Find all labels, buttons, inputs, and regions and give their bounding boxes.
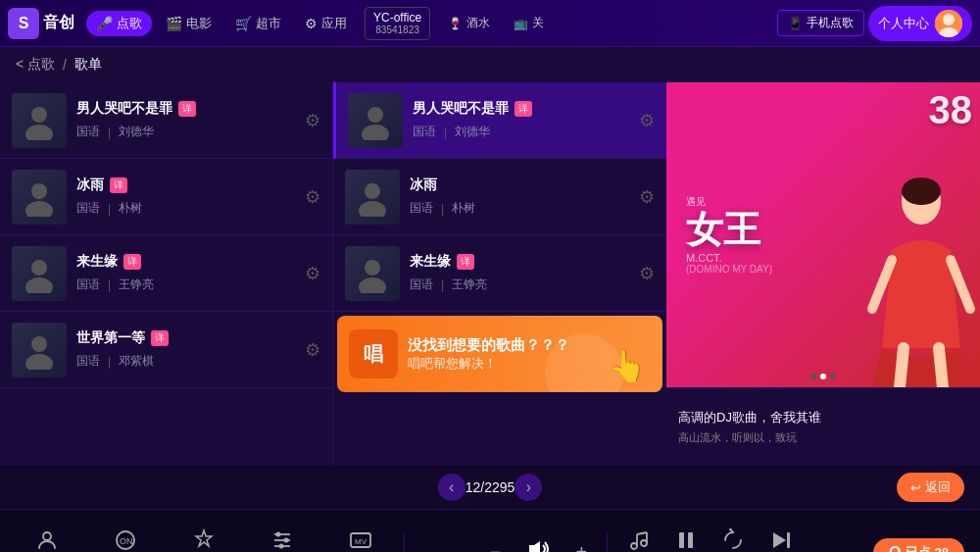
song-lang: 国语 bbox=[76, 200, 100, 217]
svg-point-23 bbox=[902, 177, 941, 205]
dj-subtitle: 高山流水，听则以，致玩 bbox=[678, 430, 968, 445]
svg-point-4 bbox=[25, 125, 53, 140]
logo-text: 音创 bbox=[43, 13, 74, 33]
next-page-btn[interactable]: › bbox=[514, 474, 542, 501]
song-artist: 刘德华 bbox=[455, 124, 490, 140]
song-artist: 王铮亮 bbox=[452, 276, 487, 293]
gear-icon[interactable]: ⚙ bbox=[305, 186, 320, 208]
breadcrumb: < 点歌 / 歌单 bbox=[0, 47, 980, 82]
nav-yingyong[interactable]: ⚙ 应用 bbox=[295, 11, 357, 36]
mobile-order-btn[interactable]: 📱 手机点歌 bbox=[777, 10, 864, 36]
wifi-name: YC-office bbox=[373, 11, 421, 25]
music-icon bbox=[627, 528, 651, 552]
skip-btn[interactable]: 切歌 bbox=[760, 528, 800, 552]
dot bbox=[830, 374, 836, 379]
song-list-left: 男人哭吧不是罪 详 国语 | 刘德华 ⚙ 冰雨 详 bbox=[0, 82, 333, 466]
dj-text: 高调的DJ歌曲，舍我其谁 高山流水，听则以，致玩 bbox=[678, 409, 968, 445]
svg-point-11 bbox=[368, 107, 383, 123]
svg-point-24 bbox=[43, 532, 51, 540]
nav-dianying[interactable]: 🎬 电影 bbox=[156, 11, 221, 36]
bottom-btn-atmosphere[interactable]: 气氛 bbox=[165, 528, 243, 552]
svg-point-1 bbox=[943, 14, 955, 25]
guan-btn[interactable]: 📺 关 bbox=[504, 11, 554, 35]
svg-point-10 bbox=[25, 354, 53, 370]
song-item[interactable]: 来生缘 详 国语 | 王铮亮 ⚙ bbox=[333, 235, 666, 312]
gear-icon[interactable]: ⚙ bbox=[639, 110, 655, 131]
bottom-btn-score[interactable]: ON 评分 bbox=[86, 528, 165, 552]
song-item[interactable]: 男人哭吧不是罪 详 国语 | 刘德华 ⚙ bbox=[0, 82, 332, 159]
song-item[interactable]: 冰雨 国语 | 朴树 ⚙ bbox=[333, 159, 666, 235]
svg-point-14 bbox=[359, 201, 386, 217]
song-thumbnail bbox=[12, 93, 67, 148]
svg-point-13 bbox=[365, 183, 380, 199]
gear-icon[interactable]: ⚙ bbox=[639, 263, 655, 284]
top-navigation: S 音创 🎤 点歌 🎬 电影 🛒 超市 ⚙ 应用 YC-office 83541… bbox=[0, 0, 980, 47]
song-title: 世界第一等 bbox=[76, 329, 145, 347]
replay-icon bbox=[721, 528, 745, 552]
song-item[interactable]: 冰雨 详 国语 | 朴树 ⚙ bbox=[0, 159, 332, 235]
original-btn[interactable]: 原唱 bbox=[619, 528, 659, 552]
song-lang: 国语 bbox=[410, 276, 433, 293]
song-artist: 刘德华 bbox=[119, 124, 154, 140]
svg-point-15 bbox=[365, 260, 380, 276]
song-list-right: 男人哭吧不是罪 详 国语 | 刘德华 ⚙ 冰雨 国语 bbox=[333, 82, 666, 466]
replay-btn[interactable]: 重唱 bbox=[713, 528, 753, 552]
song-info: 男人哭吧不是罪 详 国语 | 刘德华 bbox=[413, 100, 639, 140]
bottom-btn-service[interactable]: 服务 bbox=[8, 528, 86, 552]
svg-marker-43 bbox=[773, 532, 786, 548]
jiushui-btn[interactable]: 🍷 酒水 bbox=[438, 11, 500, 35]
svg-point-16 bbox=[359, 277, 386, 293]
song-item[interactable]: 世界第一等 详 国语 | 邓紫棋 ⚙ bbox=[0, 312, 332, 388]
svg-text:ON: ON bbox=[120, 536, 133, 546]
nav-chaoshi-label: 超市 bbox=[256, 15, 281, 32]
svg-point-32 bbox=[279, 544, 284, 549]
bottom-btn-mv[interactable]: MV 幻影 bbox=[321, 528, 400, 552]
avatar bbox=[935, 10, 962, 37]
divider bbox=[404, 533, 405, 553]
personal-center-btn[interactable]: 个人中心 bbox=[868, 6, 972, 41]
nav-dianke[interactable]: 🎤 点歌 bbox=[86, 11, 152, 36]
woman-figure bbox=[862, 172, 980, 387]
song-lang: 国语 bbox=[413, 124, 436, 140]
right-panel: 遇见 女王 M.CCT. (DOMINO MY DAY) 38 bbox=[666, 82, 980, 466]
gear-icon[interactable]: ⚙ bbox=[305, 110, 320, 131]
song-item[interactable]: 来生缘 详 国语 | 王铮亮 ⚙ bbox=[0, 235, 332, 312]
song-tag: 详 bbox=[514, 101, 532, 117]
nav-yingyong-label: 应用 bbox=[321, 15, 347, 32]
wifi-num: 83541823 bbox=[375, 25, 419, 35]
volume-down-btn[interactable]: − bbox=[482, 541, 510, 552]
svg-point-3 bbox=[31, 107, 47, 123]
return-btn[interactable]: ↩ 返回 bbox=[897, 473, 964, 502]
pause-btn[interactable]: 暂停 bbox=[666, 528, 706, 552]
volume-up-btn[interactable]: + bbox=[568, 541, 596, 552]
gear-icon[interactable]: ⚙ bbox=[305, 339, 320, 361]
svg-point-6 bbox=[25, 201, 53, 217]
dj-title: 高调的DJ歌曲，舍我其谁 bbox=[678, 409, 968, 427]
song-lang: 国语 bbox=[410, 200, 433, 217]
svg-point-8 bbox=[25, 277, 53, 293]
score-icon: ON bbox=[114, 528, 137, 552]
gear-icon[interactable]: ⚙ bbox=[639, 186, 655, 208]
queued-badge[interactable]: Q 已点 28 bbox=[873, 538, 964, 553]
song-item-highlighted[interactable]: 男人哭吧不是罪 详 国语 | 刘德华 ⚙ bbox=[333, 82, 666, 159]
ad-banner[interactable]: 唱 没找到想要的歌曲？？？ 唱吧帮您解决！ 👆 bbox=[337, 316, 662, 392]
prev-page-btn[interactable]: ‹ bbox=[438, 474, 466, 501]
song-title: 来生缘 bbox=[76, 253, 118, 271]
song-tag: 详 bbox=[151, 330, 169, 346]
dj-row: 高调的DJ歌曲，舍我其谁 高山流水，听则以，致玩 bbox=[666, 387, 980, 466]
song-title: 男人哭吧不是罪 bbox=[413, 100, 509, 118]
page-info: 12/2295 bbox=[466, 479, 515, 495]
song-info: 冰雨 详 国语 | 朴树 bbox=[76, 176, 305, 217]
gear-icon[interactable]: ⚙ bbox=[305, 263, 320, 284]
song-title: 男人哭吧不是罪 bbox=[76, 100, 172, 118]
volume-icon bbox=[525, 535, 553, 552]
nav-chaoshi[interactable]: 🛒 超市 bbox=[225, 11, 291, 36]
return-label: 返回 bbox=[925, 478, 951, 496]
song-thumbnail bbox=[12, 170, 67, 225]
song-thumbnail bbox=[12, 323, 67, 377]
bottom-btn-tuning[interactable]: 调音 bbox=[243, 528, 321, 552]
volume-btn[interactable] bbox=[517, 535, 561, 552]
dot bbox=[810, 374, 816, 379]
song-tag: 详 bbox=[123, 254, 141, 270]
back-arrow[interactable]: < 点歌 bbox=[16, 56, 55, 74]
